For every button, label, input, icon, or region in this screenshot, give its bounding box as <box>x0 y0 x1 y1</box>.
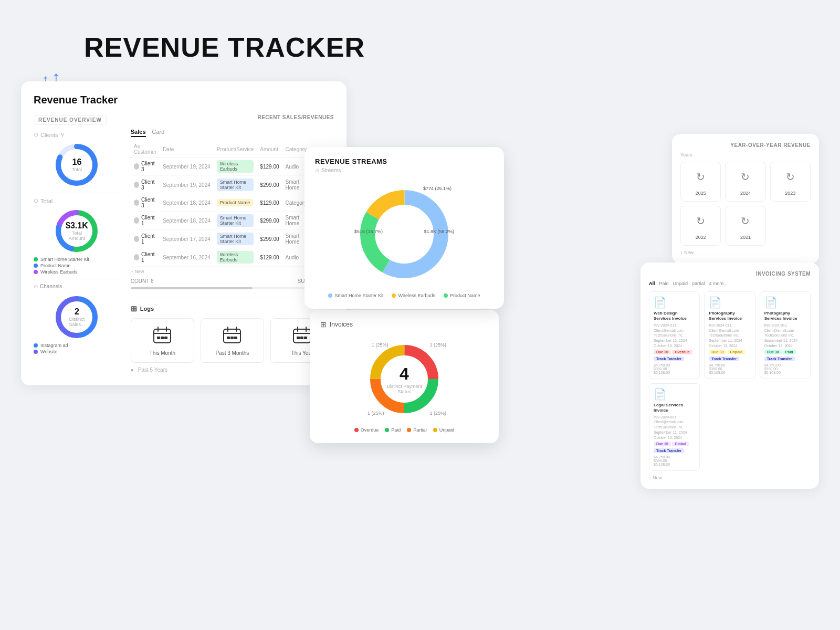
clients-label[interactable]: ⊙ Clients ∨ <box>34 131 120 138</box>
revenue-streams-legend: Smart Home Starter Kit Wireless Earbuds … <box>315 293 494 298</box>
svg-rect-27 <box>304 337 307 339</box>
inv-new-link[interactable]: ↑ New <box>649 475 811 480</box>
tab-card[interactable]: Card <box>152 129 165 137</box>
yoy-2021[interactable]: ↻ 2021 <box>725 206 765 246</box>
table-scrollbar[interactable] <box>131 287 334 289</box>
cell-amount: $299.00 <box>257 176 282 194</box>
invoice-tag2: Paid <box>783 350 796 354</box>
col-customer: As Customer <box>131 141 160 158</box>
svg-rect-16 <box>224 329 240 343</box>
tab-sales[interactable]: Sales <box>131 129 146 137</box>
yoy-refresh-icon-2023: ↻ <box>781 167 800 186</box>
yoy-refresh-icon-2024: ↻ <box>736 167 755 186</box>
svg-rect-12 <box>161 337 164 339</box>
cell-product: Smart Home Starter Kit <box>214 230 257 248</box>
invoicing-system-title: INVOICING SYSTEM <box>649 271 811 277</box>
cell-date: September 18, 2024 <box>160 212 214 230</box>
inv-tab-paid[interactable]: Paid <box>659 281 669 286</box>
inv-tab-partial[interactable]: partial <box>692 281 705 286</box>
yoy-2024[interactable]: ↻ 2024 <box>725 162 765 202</box>
cell-product: Wireless Earbuds <box>214 248 257 267</box>
page-title: REVENUE TRACKER <box>84 32 365 63</box>
invoice-name: Legal Services Invoice <box>654 403 695 414</box>
inv-tab-more[interactable]: 4 more... <box>709 281 728 286</box>
channels-label[interactable]: ⊙ Channels <box>34 284 120 289</box>
legend-partial: Partial <box>407 427 427 433</box>
table-row[interactable]: Client 3 September 18, 2024 Product Name… <box>131 194 334 212</box>
invoicing-system-grid: 📄 Web Design Services Invoice INV-2024-0… <box>649 291 811 471</box>
invoice-tag2: Unpaid <box>728 350 746 354</box>
new-sale-link[interactable]: + New <box>131 269 334 274</box>
invoice-tag2: Overdue <box>672 350 692 354</box>
revenue-streams-title: REVENUE STREAMS <box>315 158 494 165</box>
inv-pct-2: 1 (25%) <box>429 342 446 348</box>
invoicing-system-tabs: All Paid Unpaid partial 4 more... <box>649 281 811 286</box>
invoice-name: Photography Services Invoice <box>764 311 806 322</box>
svg-rect-18 <box>227 337 230 339</box>
main-dashboard-card: Revenue Tracker REVENUE OVERVIEW ⊙ Clien… <box>21 81 346 385</box>
logs-header: ⊞ Logs <box>131 304 334 313</box>
invoice-amounts: $4,750.00 $390.00 $5,108.00 <box>654 363 695 374</box>
logs-grid: This Month <box>131 318 334 363</box>
yoy-2025[interactable]: ↻ 2025 <box>680 162 721 202</box>
legend-smart-home: Smart Home Starter Kit <box>34 257 120 262</box>
legend-instagram: Instagram ad <box>34 343 120 348</box>
svg-rect-20 <box>234 337 237 339</box>
invoice-card-item[interactable]: 📄 Photography Services Invoice INV-2024-… <box>704 291 755 379</box>
invoice-doc-icon: 📄 <box>764 296 806 309</box>
col-date: Date <box>160 141 214 158</box>
invoice-card-item[interactable]: 📄 Legal Services Invoice INV-2024-001 Cl… <box>649 383 700 471</box>
cell-amount: $299.00 <box>257 230 282 248</box>
inv-tab-all[interactable]: All <box>649 281 655 286</box>
svg-rect-13 <box>164 337 167 339</box>
inv-pct-3: 1 (25%) <box>368 411 384 416</box>
cell-date: September 16, 2024 <box>160 248 214 267</box>
table-row[interactable]: Client 3 September 19, 2024 Wireless Ear… <box>131 158 334 176</box>
table-row[interactable]: Client 1 September 17, 2024 Smart Home S… <box>131 230 334 248</box>
yoy-new-link[interactable]: ↑ New <box>680 250 811 255</box>
log-calendar-3m-icon <box>222 325 243 346</box>
yoy-refresh-icon-2022: ↻ <box>691 212 710 230</box>
svg-rect-25 <box>297 337 300 339</box>
cell-client: Client 1 <box>131 248 160 267</box>
cell-date: September 19, 2024 <box>160 158 214 176</box>
legend-paid: Paid <box>385 427 401 433</box>
invoice-card-item[interactable]: 📄 Web Design Services Invoice INV-2024-0… <box>649 291 700 379</box>
inv-pct-1: 1 (25%) <box>372 342 388 348</box>
svg-rect-9 <box>154 329 171 343</box>
svg-rect-23 <box>293 329 310 343</box>
yoy-2022[interactable]: ↻ 2022 <box>680 206 721 246</box>
cell-client: Client 3 <box>131 176 160 194</box>
col-amount: Amount <box>257 141 282 158</box>
footer-count: COUNT 6 <box>131 278 154 284</box>
yoy-refresh-icon-2025: ↻ <box>691 167 710 186</box>
log-this-month-label: This Month <box>150 350 175 356</box>
total-label[interactable]: ⊙ Total <box>34 197 120 204</box>
logs-section: ⊞ Logs <box>131 298 334 373</box>
invoice-tag2: Global <box>672 442 689 446</box>
yoy-2023[interactable]: ↻ 2023 <box>770 162 811 202</box>
cell-client: Client 3 <box>131 194 160 212</box>
invoice-amounts: $4,750.00 $390.00 $5,108.00 <box>709 363 750 374</box>
cell-client: Client 3 <box>131 158 160 176</box>
cell-product: Wireless Earbuds <box>214 158 257 176</box>
cell-amount: $299.00 <box>257 212 282 230</box>
invoice-meta: INV-2024-011 Client@email.com TechSoluti… <box>764 323 806 349</box>
legend-wireless-earbuds: Wireless Earbuds <box>34 269 120 275</box>
log-this-month[interactable]: This Month <box>131 318 194 363</box>
log-past-3-months[interactable]: Past 3 Months <box>201 318 264 363</box>
sales-table: As Customer Date Product/Service Amount … <box>131 141 334 267</box>
invoice-card-item[interactable]: 📄 Photography Services Invoice INV-2024-… <box>760 291 811 379</box>
table-row[interactable]: Client 3 September 19, 2024 Smart Home S… <box>131 176 334 194</box>
invoice-amounts: $4,750.00 $390.00 $5,108.00 <box>764 363 806 374</box>
invoices-donut: 4 Distinct Payment Status 1 (25%) 1 (25%… <box>362 337 446 421</box>
cell-date: September 18, 2024 <box>160 194 214 212</box>
cell-date: September 19, 2024 <box>160 176 214 194</box>
dashboard-title: Revenue Tracker <box>34 94 334 106</box>
channels-donut: 2 Distinct Sales... <box>53 293 100 341</box>
table-row[interactable]: Client 1 September 18, 2024 Smart Home S… <box>131 212 334 230</box>
legend-smart-home-rs: Smart Home Starter Kit <box>328 293 383 298</box>
table-row[interactable]: Client 1 September 16, 2024 Wireless Ear… <box>131 248 334 267</box>
inv-tab-unpaid[interactable]: Unpaid <box>673 281 688 286</box>
cell-client: Client 1 <box>131 212 160 230</box>
